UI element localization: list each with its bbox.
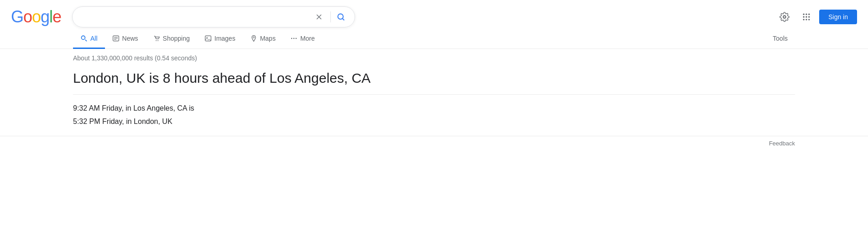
logo-g2: g [41, 7, 49, 26]
nav-tabs: All News Shopping [0, 29, 868, 49]
tab-all[interactable]: All [73, 29, 105, 49]
time-line-2: 5:32 PM Friday, in London, UK [73, 115, 795, 128]
more-icon [290, 35, 298, 42]
header: Google time difference between los angel… [0, 0, 868, 27]
search-input[interactable]: time difference between los angeles and … [80, 13, 311, 21]
tab-images[interactable]: Images [197, 29, 243, 49]
logo-o1: o [23, 7, 32, 26]
shopping-icon [153, 35, 160, 42]
results-stats: About 1,330,000,000 results (0.54 second… [73, 54, 795, 62]
maps-icon [250, 35, 257, 42]
search-bar: time difference between los angeles and … [72, 6, 355, 27]
tab-shopping[interactable]: Shopping [146, 29, 197, 49]
all-icon [80, 35, 88, 42]
clear-search-button[interactable] [311, 13, 327, 21]
tab-images-label: Images [214, 35, 235, 42]
svg-point-9 [808, 19, 810, 20]
search-divider [330, 11, 331, 22]
svg-point-5 [806, 16, 807, 17]
svg-point-15 [156, 40, 157, 41]
logo-e: e [52, 7, 61, 26]
tab-news[interactable]: News [105, 29, 146, 49]
svg-point-19 [253, 37, 254, 38]
svg-point-16 [157, 40, 158, 41]
svg-point-6 [808, 16, 810, 17]
google-apps-button[interactable] [797, 8, 816, 26]
news-icon [112, 35, 120, 42]
tab-tools[interactable]: Tools [765, 29, 795, 49]
svg-point-2 [806, 14, 807, 15]
time-line-1: 9:32 AM Friday, in Los Angeles, CA is [73, 102, 795, 115]
svg-point-1 [803, 14, 805, 15]
results-area: About 1,330,000,000 results (0.54 second… [0, 49, 868, 128]
tab-maps-label: Maps [260, 35, 276, 42]
svg-point-8 [806, 19, 807, 20]
svg-point-18 [206, 37, 207, 38]
tab-news-label: News [122, 35, 138, 42]
svg-point-4 [803, 16, 805, 17]
svg-point-21 [293, 38, 294, 39]
tab-maps[interactable]: Maps [243, 29, 283, 49]
svg-point-22 [296, 38, 297, 39]
svg-point-7 [803, 19, 805, 20]
search-button[interactable] [335, 12, 347, 21]
sign-in-button[interactable]: Sign in [819, 10, 857, 24]
header-right: Sign in [775, 8, 857, 26]
svg-point-20 [291, 38, 292, 39]
feedback-area: Feedback [0, 136, 868, 150]
tab-all-label: All [90, 35, 98, 42]
main-answer: London, UK is 8 hours ahead of Los Angel… [73, 69, 795, 87]
images-icon [204, 35, 212, 42]
svg-point-3 [808, 14, 810, 15]
feedback-link[interactable]: Feedback [769, 140, 795, 147]
tab-more[interactable]: More [283, 29, 322, 49]
tab-more-label: More [300, 35, 315, 42]
time-details: 9:32 AM Friday, in Los Angeles, CA is 5:… [73, 102, 795, 128]
logo-g: G [11, 7, 23, 26]
svg-point-10 [81, 36, 85, 39]
answer-divider [73, 94, 795, 95]
google-logo[interactable]: Google [11, 7, 61, 27]
tab-shopping-label: Shopping [163, 35, 190, 42]
tab-tools-label: Tools [773, 35, 788, 42]
settings-button[interactable] [775, 8, 794, 26]
logo-o2: o [32, 7, 41, 26]
svg-rect-17 [205, 36, 211, 41]
